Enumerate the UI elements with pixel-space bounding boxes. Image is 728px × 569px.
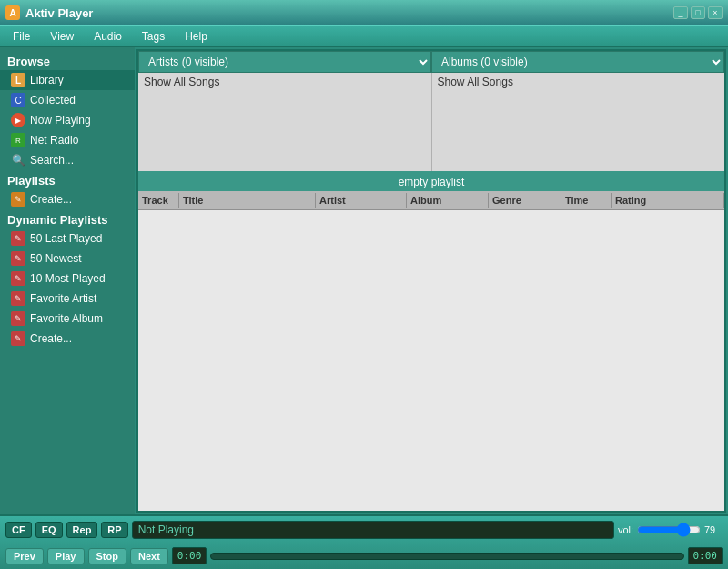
track-list-header: Track Title Artist Album Genre Time Rati… xyxy=(138,191,724,210)
rep-button[interactable]: Rep xyxy=(66,522,98,538)
time-elapsed: 0:00 xyxy=(172,547,207,564)
col-header-track: Track xyxy=(138,193,179,208)
col-header-genre: Genre xyxy=(489,193,561,208)
sidebar-item-create-playlist[interactable]: ✎ Create... xyxy=(0,189,135,209)
menu-bar: File View Audio Tags Help xyxy=(0,25,728,47)
playlist-label: empty playlist xyxy=(138,173,724,191)
track-list xyxy=(138,210,724,511)
play-button[interactable]: Play xyxy=(47,548,85,564)
50lastplayed-icon: ✎ xyxy=(11,231,25,246)
dynamic-playlists-section-title: Dynamic Playlists xyxy=(0,209,135,229)
col-header-album: Album xyxy=(407,193,489,208)
sidebar-item-50lastplayed[interactable]: ✎ 50 Last Played xyxy=(0,229,135,249)
stop-button[interactable]: Stop xyxy=(88,548,126,564)
main-layout: Browse L Library C Collected ▶ Now Playi… xyxy=(0,47,728,514)
cf-button[interactable]: CF xyxy=(5,522,32,538)
artists-show-all[interactable]: Show All Songs xyxy=(138,73,431,91)
menu-help[interactable]: Help xyxy=(176,28,217,45)
eq-button[interactable]: EQ xyxy=(35,522,63,538)
albums-list: Show All Songs xyxy=(432,73,725,171)
sidebar-item-search[interactable]: 🔍 Search... xyxy=(0,150,135,170)
browse-lists: Show All Songs Show All Songs xyxy=(138,73,724,173)
title-bar: A Aktiv Player _ □ × xyxy=(0,0,728,25)
netradio-icon: R xyxy=(11,133,25,147)
close-button[interactable]: × xyxy=(708,6,723,19)
sidebar-item-50newest[interactable]: ✎ 50 Newest xyxy=(0,249,135,269)
window-controls: _ □ × xyxy=(673,6,723,19)
menu-view[interactable]: View xyxy=(41,28,83,45)
volume-slider[interactable] xyxy=(637,523,701,537)
10mostplayed-icon: ✎ xyxy=(11,271,25,286)
sidebar-item-favoritealbum[interactable]: ✎ Favorite Album xyxy=(0,309,135,329)
sidebar-item-collected[interactable]: C Collected xyxy=(0,90,135,110)
menu-audio[interactable]: Audio xyxy=(85,28,131,45)
sidebar-item-netradio[interactable]: R Net Radio xyxy=(0,130,135,150)
artists-dropdown[interactable]: Artists (0 visible) xyxy=(138,51,431,73)
sidebar-item-nowplaying[interactable]: ▶ Now Playing xyxy=(0,110,135,130)
col-header-title: Title xyxy=(179,193,316,208)
col-header-artist: Artist xyxy=(316,193,407,208)
menu-tags[interactable]: Tags xyxy=(133,28,174,45)
albums-dropdown-container: Albums (0 visible) xyxy=(431,51,724,73)
app-icon: A xyxy=(5,5,20,20)
progress-bar[interactable] xyxy=(210,553,683,560)
sidebar-item-create-dynamic[interactable]: ✎ Create... xyxy=(0,329,135,349)
artists-list: Show All Songs xyxy=(138,73,432,171)
col-header-time: Time xyxy=(561,193,612,208)
albums-show-all[interactable]: Show All Songs xyxy=(432,73,725,91)
create-playlist-icon: ✎ xyxy=(11,192,25,207)
favoritealbum-icon: ✎ xyxy=(11,311,25,326)
bottom-top: CF EQ Rep RP Not Playing vol: 79 xyxy=(0,516,728,543)
top-dropdowns: Artists (0 visible) Albums (0 visible) xyxy=(138,51,724,73)
vol-label: vol: xyxy=(618,524,633,535)
50newest-icon: ✎ xyxy=(11,251,25,266)
bottom-bottom: Prev Play Stop Next 0:00 0:00 xyxy=(0,543,728,569)
search-icon: 🔍 xyxy=(11,153,25,168)
maximize-button[interactable]: □ xyxy=(691,6,705,19)
rp-button[interactable]: RP xyxy=(101,522,127,538)
menu-file[interactable]: File xyxy=(4,28,39,45)
albums-dropdown[interactable]: Albums (0 visible) xyxy=(431,51,724,73)
content-area: Artists (0 visible) Albums (0 visible) S… xyxy=(136,49,726,513)
artists-dropdown-container: Artists (0 visible) xyxy=(138,51,431,73)
minimize-button[interactable]: _ xyxy=(673,6,688,19)
prev-button[interactable]: Prev xyxy=(5,548,44,564)
library-icon: L xyxy=(11,73,25,87)
collected-icon: C xyxy=(11,93,25,107)
sidebar-item-10mostplayed[interactable]: ✎ 10 Most Played xyxy=(0,269,135,289)
vol-value: 79 xyxy=(704,524,723,535)
create-dynamic-icon: ✎ xyxy=(11,331,25,346)
browse-section-title: Browse xyxy=(0,51,135,70)
next-button[interactable]: Next xyxy=(130,548,168,564)
app-title: Aktiv Player xyxy=(25,6,668,20)
now-playing-display: Not Playing xyxy=(132,521,614,539)
bottom-bar: CF EQ Rep RP Not Playing vol: 79 Prev Pl… xyxy=(0,514,728,569)
nowplaying-icon: ▶ xyxy=(11,113,25,127)
favoriteartist-icon: ✎ xyxy=(11,291,25,306)
playlists-section-title: Playlists xyxy=(0,170,135,189)
time-remaining: 0:00 xyxy=(688,547,723,564)
sidebar: Browse L Library C Collected ▶ Now Playi… xyxy=(0,47,135,514)
sidebar-item-library[interactable]: L Library xyxy=(0,70,135,90)
col-header-rating: Rating xyxy=(612,193,724,208)
sidebar-item-favoriteartist[interactable]: ✎ Favorite Artist xyxy=(0,289,135,309)
